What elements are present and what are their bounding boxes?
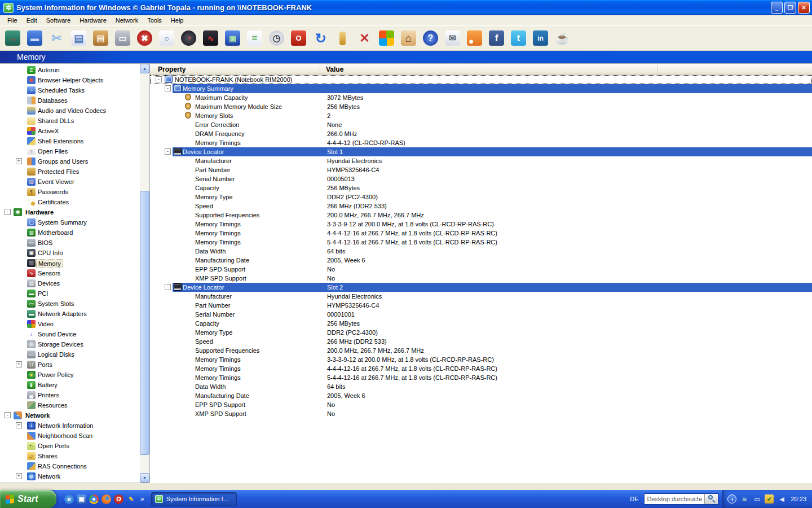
sidebar-item-storage-devices[interactable]: Storage Devices	[0, 339, 140, 349]
sidebar-item-bios[interactable]: ▭BIOS	[0, 238, 140, 248]
exit-button[interactable]: →	[3, 28, 22, 49]
sidebar-item-system-summary[interactable]: ▢System Summary	[0, 217, 140, 227]
search-button[interactable]: ○	[157, 28, 176, 49]
table-row[interactable]: Capacity256 MBytes	[150, 319, 812, 328]
performance-graph-button[interactable]: ∿	[201, 28, 220, 49]
remote-computers-button[interactable]: ▣	[223, 28, 242, 49]
scroll-down-button[interactable]: ▼	[140, 473, 149, 483]
facebook-button[interactable]: f	[487, 28, 506, 49]
table-row[interactable]: Error CorrectionNone	[150, 120, 812, 129]
sidebar-item-open-ports[interactable]: +-Open Ports	[0, 441, 140, 451]
table-row[interactable]: Data Width64 bits	[150, 247, 812, 256]
sidebar-item-ras-connections[interactable]: RAS Connections	[0, 461, 140, 471]
table-row[interactable]: EPP SPD SupportNo	[150, 400, 812, 409]
home-button[interactable]: ⌂	[399, 28, 418, 49]
table-row[interactable]: ManufacturerHyundai Electronics	[150, 156, 812, 165]
paste-button[interactable]: ▤	[91, 28, 110, 49]
table-row[interactable]: Speed266 MHz (DDR2 533)	[150, 202, 812, 211]
table-row[interactable]: Data Width64 bits	[150, 382, 812, 391]
row-expander[interactable]: -	[165, 85, 171, 91]
gauge-button[interactable]: ◔	[179, 28, 198, 49]
table-row[interactable]: Memory Slots2	[150, 111, 812, 120]
scroll-up-button[interactable]: ▲	[140, 64, 149, 73]
cut-button[interactable]: ✂	[47, 28, 66, 49]
table-row[interactable]: Serial Number00005013	[150, 174, 812, 183]
sidebar-scrollbar[interactable]: ▲ ▼	[140, 64, 149, 483]
checklist-button[interactable]: ≡	[245, 28, 264, 49]
close-button[interactable]: ✕	[798, 2, 810, 14]
menu-help[interactable]: Help	[166, 16, 188, 25]
tree-expander[interactable]: +	[16, 422, 22, 428]
shutdown-button[interactable]: O	[289, 28, 308, 49]
sidebar-item-audio-and-video-codecs[interactable]: Audio and Video Codecs	[0, 106, 140, 116]
table-row[interactable]: ManufacturerHyundai Electronics	[150, 292, 812, 301]
removable-device-icon[interactable]: ▭	[752, 494, 761, 503]
table-row[interactable]: Memory Timings5-4-4-12-16 at 266.7 MHz, …	[150, 238, 812, 247]
sidebar-item-passwords[interactable]: ¶Passwords	[0, 187, 140, 197]
tree-expander[interactable]: +	[16, 473, 22, 479]
antivirus-status-icon[interactable]: ✔	[765, 494, 774, 503]
tree-expander[interactable]: +	[16, 158, 22, 164]
row-expander[interactable]: -	[156, 76, 162, 82]
sidebar-item-sound-device[interactable]: ♪Sound Device	[0, 329, 140, 339]
table-row[interactable]: Memory TypeDDR2 (PC2-4300)	[150, 328, 812, 337]
menu-tools[interactable]: Tools	[143, 16, 166, 25]
sidebar-item-network[interactable]: +◍Network	[0, 471, 140, 481]
sidebar-item-ports[interactable]: +⊔Ports	[0, 360, 140, 370]
sidebar-item-browser-helper-objects[interactable]: Browser Helper Objects	[0, 75, 140, 85]
start-button[interactable]: Start	[0, 490, 56, 508]
sidebar-item-event-viewer[interactable]: ▤Event Viewer	[0, 177, 140, 187]
sidebar-item-certificates[interactable]: Certificates	[0, 197, 140, 207]
restore-button[interactable]: ❐	[784, 2, 796, 14]
tree-expander[interactable]: -	[5, 209, 11, 215]
copy-button[interactable]: ▤	[69, 28, 88, 49]
sidebar-item-memory[interactable]: ▥Memory	[0, 258, 140, 268]
menu-network[interactable]: Network	[111, 16, 143, 25]
search-go-button[interactable]	[704, 494, 718, 504]
rss-feed-button[interactable]	[465, 28, 484, 49]
table-row[interactable]: Memory Timings5-4-4-12-16 at 266.7 MHz, …	[150, 373, 812, 382]
sidebar-item-autorun[interactable]: ZAutorun	[0, 65, 140, 75]
row-expander[interactable]: -	[165, 284, 171, 290]
sidebar-item-activex[interactable]: ActiveX	[0, 126, 140, 136]
tree-expander[interactable]: -	[5, 412, 11, 418]
sidebar-item-system-slots[interactable]: ▭System Slots	[0, 299, 140, 309]
sidebar-item-printers[interactable]: ▄Printers	[0, 390, 140, 400]
language-indicator[interactable]: DE	[628, 496, 640, 502]
minimize-button[interactable]: _	[771, 2, 783, 14]
table-row[interactable]: -Device LocatorSlot 2	[150, 283, 812, 292]
sidebar-item-scheduled-tasks[interactable]: ◔Scheduled Tasks	[0, 85, 140, 95]
java-coffee-button[interactable]: ☕	[553, 28, 572, 49]
sidebar-item-sensors[interactable]: ∿Sensors	[0, 268, 140, 278]
table-row[interactable]: -Device LocatorSlot 1	[150, 147, 812, 156]
table-row[interactable]: Memory Timings3-3-3-9-12 at 200.0 MHz, a…	[150, 220, 812, 229]
table-row[interactable]: Memory Timings4-4-4-12-16 at 266.7 MHz, …	[150, 364, 812, 373]
table-row[interactable]: Part NumberHYMP5325646-C4	[150, 301, 812, 310]
sidebar-item-hardware[interactable]: -✱Hardware	[0, 207, 140, 217]
collapse-chevron-icon[interactable]: ‹	[727, 494, 736, 503]
quick-launch-overflow-chevron[interactable]: »	[140, 495, 144, 503]
internet-explorer-icon[interactable]: e	[64, 494, 74, 504]
table-row[interactable]: Memory Timings4-4-4-12 (CL-RCD-RP-RAS)	[150, 138, 812, 147]
print-button[interactable]: ▭	[113, 28, 132, 49]
table-row[interactable]: Memory Timings3-3-3-9-12 at 200.0 MHz, a…	[150, 355, 812, 364]
sidebar-item-video[interactable]: Video	[0, 319, 140, 329]
sidebar-item-neighborhood-scan[interactable]: Neighborhood Scan	[0, 431, 140, 441]
chrome-icon[interactable]	[89, 494, 99, 504]
column-header-property[interactable]: Property	[150, 64, 320, 75]
sidebar-item-open-files[interactable]: ≡Open Files	[0, 146, 140, 156]
sidebar-item-motherboard[interactable]: ▦Motherboard	[0, 227, 140, 238]
sidebar-item-power-policy[interactable]: ●Power Policy	[0, 370, 140, 380]
license-key-button[interactable]	[333, 28, 352, 49]
wireless-network-icon[interactable]: ≋	[740, 494, 749, 503]
table-row[interactable]: Manufacturing Date2005, Week 6	[150, 391, 812, 400]
twitter-button[interactable]: t	[509, 28, 528, 49]
sidebar-item-cpu-info[interactable]: ▣CPU Info	[0, 248, 140, 258]
task-button-siw[interactable]: ✲ System Information f...	[151, 492, 237, 506]
help-button[interactable]: ?	[421, 28, 440, 49]
menu-software[interactable]: Software	[42, 16, 75, 25]
desktop-search-input[interactable]	[645, 496, 704, 502]
table-row[interactable]: Speed266 MHz (DDR2 533)	[150, 337, 812, 346]
sidebar-item-shell-extensions[interactable]: Shell Extensions	[0, 136, 140, 146]
sidebar-item-shares[interactable]: ▱Shares	[0, 451, 140, 461]
